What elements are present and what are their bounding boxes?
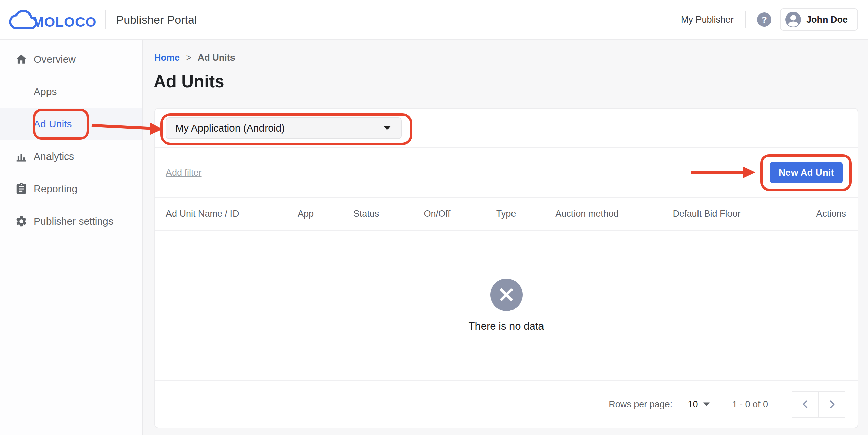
gear-icon: [15, 215, 28, 228]
user-menu-button[interactable]: John Doe: [780, 8, 858, 31]
breadcrumb: Home > Ad Units: [154, 53, 235, 63]
chevron-right-icon: [826, 399, 838, 410]
column-header-on-off: On/Off: [398, 209, 476, 219]
pagination: Rows per page: 10 1 - 0 of 0: [155, 381, 858, 428]
new-ad-unit-button[interactable]: New Ad Unit: [770, 162, 843, 183]
column-header-app: App: [277, 209, 334, 219]
avatar-icon: [785, 11, 802, 28]
add-filter-link[interactable]: Add filter: [166, 168, 202, 178]
sidebar-item-label: Apps: [34, 86, 57, 97]
rows-per-page-value: 10: [688, 399, 698, 410]
column-header-status: Status: [334, 209, 398, 219]
user-name: John Doe: [806, 14, 848, 25]
pagination-range: 1 - 0 of 0: [732, 399, 768, 410]
sidebar-item-label: Ad Units: [34, 118, 72, 130]
help-glyph: ?: [762, 14, 767, 25]
next-page-button[interactable]: [818, 391, 845, 418]
filter-row: Add filter New Ad Unit: [155, 148, 858, 198]
bar-chart-icon: [15, 150, 28, 163]
column-header-type: Type: [476, 209, 536, 219]
rows-per-page-select[interactable]: 10: [688, 399, 710, 410]
portal-title: Publisher Portal: [116, 13, 197, 26]
sidebar-item-reporting[interactable]: Reporting: [0, 173, 142, 205]
x-icon: [499, 287, 514, 302]
column-header-ad-unit-name-id: Ad Unit Name / ID: [166, 209, 277, 219]
column-header-auction-method: Auction method: [536, 209, 638, 219]
ad-units-card: My Application (Android) Add filter New …: [154, 108, 858, 428]
sidebar-item-label: Analytics: [34, 151, 74, 162]
publisher-name-label: My Publisher: [681, 14, 734, 25]
sidebar-item-analytics[interactable]: Analytics: [0, 140, 142, 173]
clipboard-icon: [15, 182, 28, 195]
breadcrumb-home-link[interactable]: Home: [154, 53, 180, 63]
rows-per-page-label: Rows per page:: [609, 399, 672, 410]
previous-page-button[interactable]: [792, 391, 819, 418]
moloco-logo[interactable]: MOLOCO: [9, 9, 96, 30]
column-header-default-bid-floor: Default Bid Floor: [638, 209, 776, 219]
logo-wordmark: MOLOCO: [32, 14, 96, 30]
empty-state-text: There is no data: [468, 320, 544, 332]
header-divider: [745, 11, 746, 28]
sidebar-item-publisher-settings[interactable]: Publisher settings: [0, 205, 142, 237]
breadcrumb-current: Ad Units: [198, 53, 235, 63]
chevron-left-icon: [800, 399, 811, 410]
cloud-logo-icon: [9, 9, 38, 30]
sidebar-item-label: Overview: [34, 54, 76, 65]
chevron-down-icon: [703, 402, 710, 406]
sidebar-item-ad-units[interactable]: Ad Units: [0, 108, 142, 140]
sidebar-item-overview[interactable]: Overview: [0, 43, 142, 76]
home-icon: [15, 53, 28, 66]
chevron-down-icon: [383, 126, 391, 130]
column-header-actions: Actions: [776, 209, 846, 219]
app-selector-value: My Application (Android): [175, 122, 285, 134]
table-header-row: Ad Unit Name / ID App Status On/Off Type…: [155, 198, 858, 231]
sidebar-item-apps[interactable]: Apps: [0, 76, 142, 108]
sidebar-item-label: Publisher settings: [34, 215, 114, 227]
app-header: MOLOCO Publisher Portal My Publisher ? J…: [0, 0, 868, 40]
header-divider: [105, 10, 106, 29]
no-data-icon: [490, 279, 523, 311]
sidebar: Overview Apps Ad Units Analytics Reporti…: [0, 40, 143, 435]
page-title: Ad Units: [154, 71, 224, 91]
app-selector[interactable]: My Application (Android): [166, 117, 402, 139]
sidebar-item-label: Reporting: [34, 183, 78, 195]
app-selector-row: My Application (Android): [155, 109, 858, 148]
empty-state: There is no data: [155, 231, 858, 381]
help-icon[interactable]: ?: [757, 12, 771, 27]
breadcrumb-separator: >: [186, 53, 192, 63]
